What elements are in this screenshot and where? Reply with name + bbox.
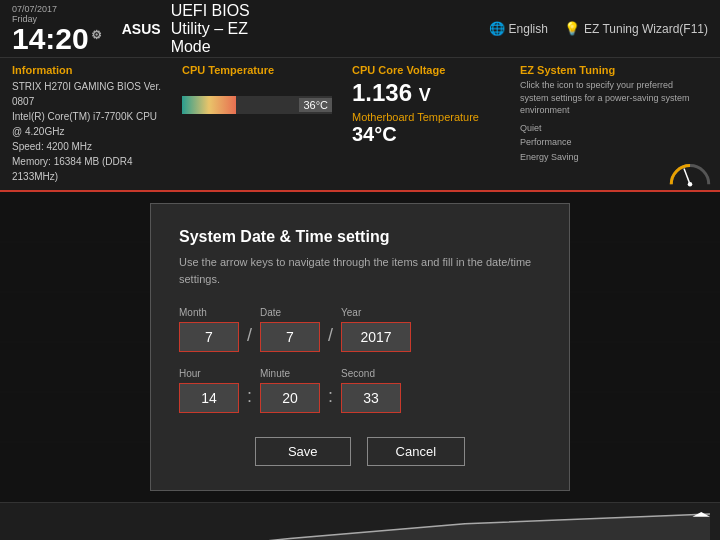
gear-icon[interactable]: ⚙	[91, 29, 102, 41]
mb-temp-value: 34°C	[352, 123, 502, 146]
ez-option-quiet[interactable]: Quiet	[520, 121, 700, 135]
date-label: Date	[260, 307, 320, 318]
time-row: Hour : Minute : Second	[179, 368, 541, 413]
minute-field: Minute	[260, 368, 320, 413]
time-display: 14:20 ⚙	[12, 24, 102, 54]
cpu-temp-col: CPU Temperature 36°C	[172, 64, 342, 184]
ez-tuning-desc: Click the icon to specify your preferred…	[520, 79, 700, 117]
ez-tuning-col: EZ System Tuning Click the icon to speci…	[512, 64, 708, 184]
info-line-4: Memory: 16384 MB (DDR4 2133MHz)	[12, 154, 162, 184]
date-text: 07/07/2017	[12, 4, 102, 14]
gauge-icon	[665, 158, 715, 188]
datetime-dialog: System Date & Time setting Use the arrow…	[150, 203, 570, 491]
second-label: Second	[341, 368, 401, 379]
globe-icon: 🌐	[489, 21, 505, 36]
info-title: Information	[12, 64, 162, 76]
hour-input[interactable]	[179, 383, 239, 413]
date-row: Month / Date / Year	[179, 307, 541, 352]
info-line-1: STRIX H270I GAMING BIOS Ver. 0807	[12, 79, 162, 109]
month-field: Month	[179, 307, 239, 352]
voltage-unit: V	[419, 85, 431, 105]
ez-wizard-button[interactable]: 💡 EZ Tuning Wizard(F11)	[564, 21, 708, 36]
second-input[interactable]	[341, 383, 401, 413]
cpu-temp-title: CPU Temperature	[182, 64, 332, 76]
ez-tuning-title: EZ System Tuning	[520, 64, 700, 76]
date-field: Date	[260, 307, 320, 352]
second-field: Second	[341, 368, 401, 413]
lightbulb-icon: 💡	[564, 21, 580, 36]
month-input[interactable]	[179, 322, 239, 352]
time-value: 14:20	[12, 24, 89, 54]
dialog-desc: Use the arrow keys to navigate through t…	[179, 254, 541, 287]
time-sep-1: :	[247, 386, 252, 407]
hour-field: Hour	[179, 368, 239, 413]
svg-line-0	[684, 169, 690, 185]
month-label: Month	[179, 307, 239, 318]
date-sep-1: /	[247, 325, 252, 346]
cpu-voltage-value: 1.136 V	[352, 79, 502, 107]
fan-curve-svg	[10, 509, 710, 540]
time-block: 07/07/2017 Friday 14:20 ⚙	[12, 4, 102, 54]
date-input[interactable]	[260, 322, 320, 352]
fan-area: 0 30 70 100 QFan Control ✳ Boot Menu(F8)	[0, 502, 720, 540]
dialog-title: System Date & Time setting	[179, 228, 541, 246]
cpu-voltage-col: CPU Core Voltage 1.136 V Motherboard Tem…	[342, 64, 512, 184]
info-line-2: Intel(R) Core(TM) i7-7700K CPU @ 4.20GHz	[12, 109, 162, 139]
minute-input[interactable]	[260, 383, 320, 413]
datetime-grid: Month / Date / Year	[179, 307, 541, 413]
dialog-overlay: System Date & Time setting Use the arrow…	[0, 192, 720, 502]
hour-label: Hour	[179, 368, 239, 379]
svg-point-1	[688, 182, 693, 187]
main-area: System Date & Time setting Use the arrow…	[0, 192, 720, 502]
fan-chart: 0 30 70 100	[10, 509, 710, 540]
logo-title-block: ASUS UEFI BIOS Utility – EZ Mode	[122, 2, 289, 56]
language-selector[interactable]: 🌐 English	[489, 21, 548, 36]
year-label: Year	[341, 307, 411, 318]
temp-bar	[182, 96, 236, 114]
temp-bar-container: 36°C	[182, 96, 332, 114]
bios-title: UEFI BIOS Utility – EZ Mode	[171, 2, 289, 56]
temp-value: 36°C	[299, 98, 332, 112]
ez-option-performance[interactable]: Performance	[520, 135, 700, 149]
info-row: Information STRIX H270I GAMING BIOS Ver.…	[0, 58, 720, 192]
year-input[interactable]	[341, 322, 411, 352]
cpu-voltage-title: CPU Core Voltage	[352, 64, 502, 76]
ez-wizard-label: EZ Tuning Wizard(F11)	[584, 22, 708, 36]
date-sep-2: /	[328, 325, 333, 346]
cancel-button[interactable]: Cancel	[367, 437, 465, 466]
top-nav: 🌐 English 💡 EZ Tuning Wizard(F11)	[489, 21, 708, 36]
language-label: English	[509, 22, 548, 36]
mb-temp-title: Motherboard Temperature	[352, 111, 502, 123]
top-bar: 07/07/2017 Friday 14:20 ⚙ ASUS UEFI BIOS…	[0, 0, 720, 58]
system-info-col: Information STRIX H270I GAMING BIOS Ver.…	[12, 64, 172, 184]
year-field: Year	[341, 307, 411, 352]
time-sep-2: :	[328, 386, 333, 407]
info-line-3: Speed: 4200 MHz	[12, 139, 162, 154]
minute-label: Minute	[260, 368, 320, 379]
save-button[interactable]: Save	[255, 437, 351, 466]
dialog-buttons: Save Cancel	[179, 437, 541, 466]
asus-logo: ASUS	[122, 21, 161, 37]
